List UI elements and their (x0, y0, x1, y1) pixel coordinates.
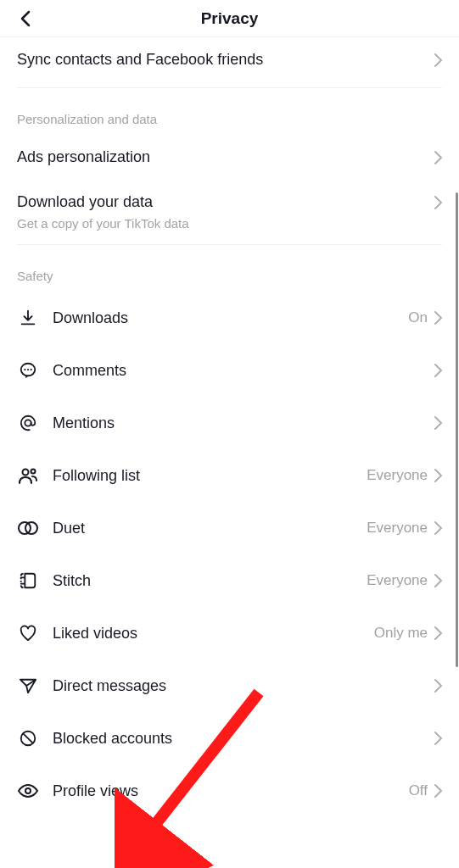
content: Sync contacts and Facebook friends Perso… (0, 37, 459, 817)
svg-point-3 (31, 369, 32, 370)
svg-point-6 (31, 470, 36, 474)
svg-point-1 (24, 369, 25, 370)
chevron-right-icon (434, 521, 442, 535)
chevron-right-icon (434, 574, 442, 587)
chevron-left-icon (20, 10, 31, 27)
row-value: Off (409, 782, 428, 799)
svg-point-2 (27, 369, 29, 370)
row-value: Everyone (367, 467, 428, 484)
svg-point-5 (23, 470, 29, 476)
svg-line-10 (23, 733, 33, 743)
chevron-right-icon (434, 626, 442, 640)
row-label: Stitch (53, 572, 367, 590)
chevron-right-icon (434, 784, 442, 798)
header: Privacy (0, 0, 459, 37)
chevron-right-icon (434, 732, 442, 745)
row-sync-contacts[interactable]: Sync contacts and Facebook friends (0, 37, 459, 82)
back-button[interactable] (15, 8, 36, 29)
row-mentions[interactable]: Mentions (0, 397, 459, 449)
row-label: Duet (53, 520, 367, 537)
svg-point-11 (25, 788, 31, 793)
row-following-list[interactable]: Following list Everyone (0, 449, 459, 502)
row-profile-views[interactable]: Profile views Off (0, 765, 459, 817)
scrollbar[interactable] (456, 192, 458, 667)
section-heading-personalization: Personalization and data (0, 100, 459, 135)
row-label: Comments (53, 362, 434, 380)
divider (17, 87, 442, 88)
send-icon (17, 675, 39, 697)
row-comments[interactable]: Comments (0, 344, 459, 397)
heart-icon (17, 622, 39, 644)
row-downloads[interactable]: Downloads On (0, 292, 459, 344)
row-label: Direct messages (53, 677, 434, 695)
section-heading-safety: Safety (0, 257, 459, 292)
row-label: Ads personalization (17, 148, 434, 166)
row-value: Everyone (367, 572, 428, 589)
row-stitch[interactable]: Stitch Everyone (0, 554, 459, 607)
block-icon (17, 727, 39, 749)
download-data-subtext: Get a copy of your TikTok data (0, 216, 459, 239)
row-label: Blocked accounts (53, 730, 434, 748)
divider (17, 244, 442, 245)
row-duet[interactable]: Duet Everyone (0, 502, 459, 554)
people-icon (17, 465, 39, 487)
page-title: Privacy (201, 9, 259, 28)
row-blocked-accounts[interactable]: Blocked accounts (0, 712, 459, 765)
chevron-right-icon (434, 679, 442, 693)
chevron-right-icon (434, 151, 442, 164)
chevron-right-icon (434, 196, 442, 209)
svg-point-4 (25, 420, 31, 426)
row-value: On (408, 309, 428, 326)
duet-icon (17, 517, 39, 539)
row-ads-personalization[interactable]: Ads personalization (0, 135, 459, 180)
comment-icon (17, 359, 39, 381)
row-direct-messages[interactable]: Direct messages (0, 659, 459, 712)
row-label: Sync contacts and Facebook friends (17, 51, 434, 69)
row-label: Mentions (53, 415, 434, 432)
chevron-right-icon (434, 364, 442, 377)
row-label: Profile views (53, 782, 409, 800)
row-value: Everyone (367, 520, 428, 537)
eye-icon (17, 780, 39, 802)
download-icon (17, 307, 39, 329)
row-label: Following list (53, 467, 367, 485)
row-label: Liked videos (53, 625, 374, 643)
chevron-right-icon (434, 416, 442, 430)
chevron-right-icon (434, 53, 442, 67)
at-sign-icon (17, 412, 39, 434)
row-value: Only me (374, 625, 428, 642)
row-label: Downloads (53, 309, 408, 327)
row-label: Download your data (17, 193, 434, 211)
stitch-icon (17, 570, 39, 592)
chevron-right-icon (434, 469, 442, 482)
row-liked-videos[interactable]: Liked videos Only me (0, 607, 459, 659)
chevron-right-icon (434, 311, 442, 325)
